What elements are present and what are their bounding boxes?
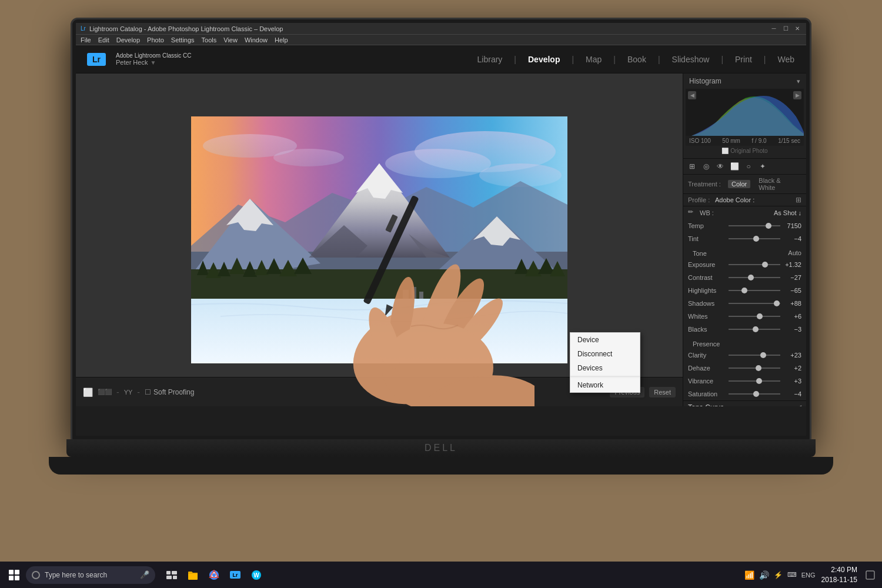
dehaze-slider-thumb[interactable] [756,365,761,371]
temp-slider[interactable] [729,222,780,230]
svg-rect-31 [412,287,416,299]
nav-print[interactable]: Print [735,55,752,64]
menu-help[interactable]: Help [275,36,288,44]
notification-icon[interactable] [863,568,877,582]
nav-map[interactable]: Map [586,55,602,64]
keyboard-icon[interactable]: ⌨ [787,571,797,579]
saturation-slider-thumb[interactable] [753,391,759,397]
battery-icon: ⚡ [774,571,783,579]
nav-develop[interactable]: Develop [528,55,560,64]
tone-curve-arrow: ◀ [796,403,801,406]
whites-slider-thumb[interactable] [757,313,763,319]
menu-file[interactable]: File [81,36,91,44]
redeye-tool[interactable]: 👁 [715,161,726,172]
treatment-color-btn[interactable]: Color [728,180,750,188]
shadows-slider-thumb[interactable] [774,300,780,306]
context-menu-device[interactable]: Device [570,333,640,347]
context-menu-disconnect[interactable]: Disconnect [570,347,640,361]
soft-proofing-checkbox[interactable]: ☐ Soft Proofing [145,388,194,396]
lr-icon: Lr [81,25,86,32]
highlights-slider[interactable] [729,286,780,295]
tint-slider[interactable] [729,235,780,243]
nav-slideshow[interactable]: Slideshow [672,55,710,64]
language-indicator[interactable]: ENG [801,572,816,579]
blacks-slider-thumb[interactable] [753,326,759,332]
histogram-dropdown[interactable]: ▾ [797,78,800,85]
laptop-base [49,457,833,475]
lr-user[interactable]: Peter Heck ▼ [116,59,191,66]
vibrance-slider-thumb[interactable] [756,378,762,384]
view-yy-btn[interactable]: YY [124,389,133,396]
nav-library[interactable]: Library [477,55,503,64]
tint-slider-thumb[interactable] [753,236,759,242]
whites-slider[interactable] [729,312,780,320]
context-menu-network[interactable]: Network [570,378,640,392]
tone-auto-button[interactable]: Auto [788,249,801,256]
wb-value[interactable]: As Shot ↓ [774,209,801,216]
app5-icon[interactable]: W [247,566,266,584]
restore-button[interactable]: ☐ [781,25,790,33]
taskbar-search[interactable]: Type here to search 🎤 [26,566,155,584]
treatment-row: Treatment : Color Black & White [683,175,806,194]
profile-value[interactable]: Adobe Color : [715,196,792,203]
taskview-icon[interactable] [162,566,181,584]
windows-logo [9,570,19,580]
saturation-label: Saturation [688,390,726,397]
vibrance-slider[interactable] [729,377,780,385]
profile-grid-icon[interactable]: ⊞ [796,196,801,204]
graduated-filter-tool[interactable]: ⬜ [729,161,740,172]
spot-removal-tool[interactable]: ◎ [701,161,711,172]
reset-button[interactable]: Reset [649,387,676,397]
minimize-button[interactable]: ─ [770,25,778,33]
menu-develop[interactable]: Develop [116,36,140,44]
adjustment-brush-tool[interactable]: ✦ [757,161,768,172]
clarity-slider[interactable] [729,351,780,359]
lightroom-taskbar-icon[interactable]: Lr [226,566,245,584]
contrast-slider[interactable] [729,273,780,282]
laptop-bottom-bezel: DELL [66,439,816,457]
menu-tools[interactable]: Tools [202,36,217,44]
clarity-slider-thumb[interactable] [760,352,766,358]
histogram-clipping-right[interactable]: ▶ [793,91,801,99]
file-explorer-icon[interactable] [183,566,202,584]
context-menu-devices[interactable]: Devices [570,361,640,375]
close-button[interactable]: ✕ [793,25,801,33]
nav-book[interactable]: Book [627,55,646,64]
contrast-row: Contrast −27 [683,271,806,284]
start-button[interactable] [5,566,24,584]
menu-view[interactable]: View [223,36,238,44]
menu-edit[interactable]: Edit [98,36,109,44]
chrome-icon[interactable] [205,566,223,584]
view-single-btn[interactable]: ⬜ [83,387,93,397]
highlights-slider-thumb[interactable] [741,288,747,293]
microphone-icon[interactable]: 🎤 [140,570,149,579]
blacks-label: Blacks [688,326,726,333]
tone-curve-row[interactable]: Tone Curve ◀ [683,400,806,406]
photo-image [191,116,567,363]
menu-window[interactable]: Window [245,36,268,44]
lr-app-info: Adobe Lightroom Classic CC Peter Heck ▼ [111,52,191,66]
context-menu: Device Disconnect Devices Network [570,332,640,393]
radial-filter-tool[interactable]: ○ [743,161,754,172]
window-title: Lightroom Catalog - Adobe Photoshop Ligh… [89,25,283,32]
menu-settings[interactable]: Settings [171,36,195,44]
laptop-brand: DELL [425,443,457,453]
shadows-slider[interactable] [729,299,780,308]
view-compare-btn[interactable]: ⬛⬛ [98,389,112,395]
eyedropper-tool[interactable]: ✏ [688,208,697,218]
exposure-slider[interactable] [729,260,780,269]
histogram-clipping-left[interactable]: ◀ [688,91,696,99]
wb-row: ✏ WB : As Shot ↓ [683,206,806,219]
menu-photo[interactable]: Photo [147,36,164,44]
crop-tool[interactable]: ⊞ [687,161,697,172]
exposure-slider-thumb[interactable] [762,262,768,268]
contrast-slider-thumb[interactable] [748,275,754,280]
temp-slider-thumb[interactable] [766,223,771,229]
volume-icon[interactable]: 🔊 [759,570,769,580]
nav-web[interactable]: Web [777,55,794,64]
blacks-slider[interactable] [729,325,780,333]
saturation-slider[interactable] [729,390,780,398]
network-icon[interactable]: 📶 [744,570,754,580]
dehaze-slider[interactable] [729,364,780,372]
treatment-bw-btn[interactable]: Black & White [755,176,801,192]
